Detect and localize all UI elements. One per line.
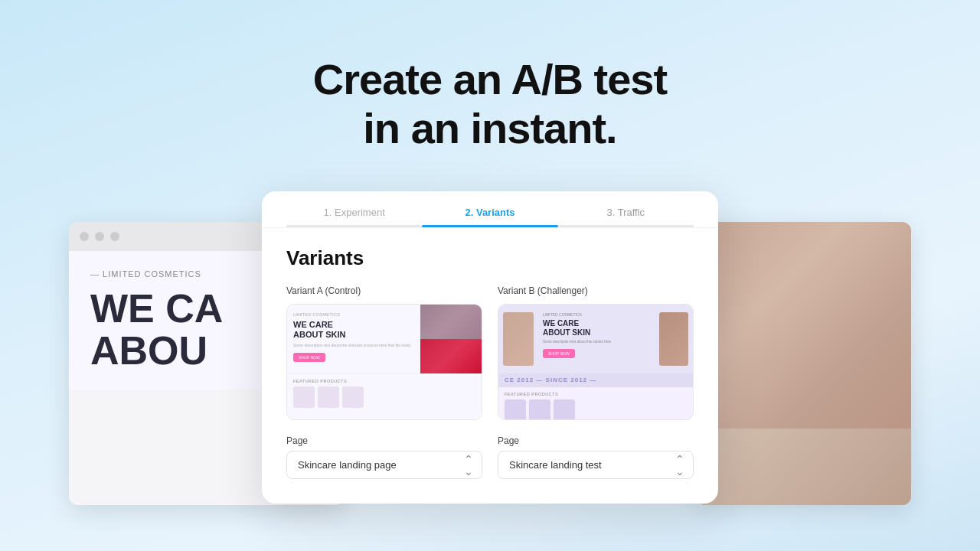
vb-desc: Some description text about this variant…: [543, 340, 650, 344]
page-a-label: Page: [286, 435, 482, 446]
variant-b-inner: LIMITED COSMETICS WE CAREABOUT SKIN Some…: [498, 305, 693, 419]
page-b-section: Page Skincare landing test Homepage Prod…: [498, 435, 694, 479]
vb-products: [505, 399, 687, 420]
hero-title: Create an A/B test in an instant.: [0, 55, 980, 154]
va-image: [420, 305, 482, 373]
variant-b-label: Variant B (Challenger): [498, 285, 694, 296]
browser-dot-yellow: [95, 232, 104, 241]
va-products: [293, 386, 475, 408]
vb-product-3: [554, 399, 575, 420]
hero-section: Create an A/B test in an instant.: [0, 55, 980, 154]
variant-a-label: Variant A (Control): [286, 285, 482, 296]
va-heading: WE CAREABOUT SKIN: [293, 320, 414, 340]
va-featured: FEATURED PRODUCTS: [293, 379, 475, 383]
vb-text-area: LIMITED COSMETICS WE CAREABOUT SKIN Some…: [538, 305, 655, 373]
variant-a-preview: LIMITED COSMETICS WE CAREABOUT SKIN Some…: [286, 304, 482, 420]
step-experiment[interactable]: 1. Experiment: [286, 207, 422, 227]
browser-dot-green: [110, 232, 119, 241]
modal-title: Variants: [286, 246, 694, 270]
modal-body: Variants Variant A (Control) LIMITED COS…: [262, 228, 718, 479]
vb-face-right: [659, 312, 688, 366]
page-a-section: Page Skincare landing page Homepage Prod…: [286, 435, 482, 479]
page-a-select-wrapper[interactable]: Skincare landing page Homepage Product p…: [286, 451, 482, 479]
va-product-3: [342, 386, 364, 408]
variant-b-preview: LIMITED COSMETICS WE CAREABOUT SKIN Some…: [498, 304, 694, 420]
variant-b-column: Variant B (Challenger) LIMITED COSMETICS…: [498, 285, 694, 420]
vb-button: SHOP NOW: [543, 349, 575, 358]
skin-texture-image: [697, 222, 911, 505]
page-b-label: Page: [498, 435, 694, 446]
step-traffic[interactable]: 3. Traffic: [558, 207, 694, 227]
skin-texture-bottom: [697, 429, 911, 505]
progress-bar: 1. Experiment 2. Variants 3. Traffic: [262, 191, 718, 228]
variants-grid: Variant A (Control) LIMITED COSMETICS WE…: [286, 285, 694, 420]
step-variants[interactable]: 2. Variants: [422, 207, 557, 227]
background-browser-right: [697, 222, 911, 505]
page-b-select-wrapper[interactable]: Skincare landing test Homepage Product p…: [498, 451, 694, 479]
va-img-bottom: [420, 339, 482, 373]
va-product-1: [293, 386, 315, 408]
page-b-select[interactable]: Skincare landing test Homepage Product p…: [498, 451, 694, 479]
vb-top: LIMITED COSMETICS WE CAREABOUT SKIN Some…: [498, 305, 693, 373]
vb-since-banner: CE 2012 — SINCE 2012 —: [498, 373, 693, 386]
vb-featured: FEATURED PRODUCTS: [505, 392, 687, 396]
page-row: Page Skincare landing page Homepage Prod…: [286, 435, 694, 479]
va-desc: Some description text about the skincare…: [293, 343, 414, 348]
vb-face-left: [503, 312, 534, 366]
browser-dot-red: [80, 232, 89, 241]
va-product-2: [318, 386, 339, 408]
vb-heading: WE CAREABOUT SKIN: [543, 319, 650, 337]
vb-product-2: [529, 399, 550, 420]
va-top: LIMITED COSMETICS WE CAREABOUT SKIN Some…: [287, 305, 482, 373]
vb-bottom: FEATURED PRODUCTS: [498, 386, 693, 420]
va-img-top: [420, 305, 482, 339]
va-button: SHOP NOW: [293, 353, 325, 362]
va-text-area: LIMITED COSMETICS WE CAREABOUT SKIN Some…: [287, 305, 420, 373]
vb-brand: LIMITED COSMETICS: [543, 312, 650, 317]
va-bottom: FEATURED PRODUCTS: [287, 373, 482, 412]
modal-card: 1. Experiment 2. Variants 3. Traffic Var…: [262, 191, 718, 504]
va-brand: LIMITED COSMETICS: [293, 312, 414, 317]
variant-a-column: Variant A (Control) LIMITED COSMETICS WE…: [286, 285, 482, 420]
vb-since: CE 2012 — SINCE 2012 —: [505, 377, 687, 383]
steps-row: 1. Experiment 2. Variants 3. Traffic: [286, 191, 694, 227]
page-a-select[interactable]: Skincare landing page Homepage Product p…: [286, 451, 482, 479]
vb-product-1: [505, 399, 526, 420]
variant-a-inner: LIMITED COSMETICS WE CAREABOUT SKIN Some…: [287, 305, 482, 419]
